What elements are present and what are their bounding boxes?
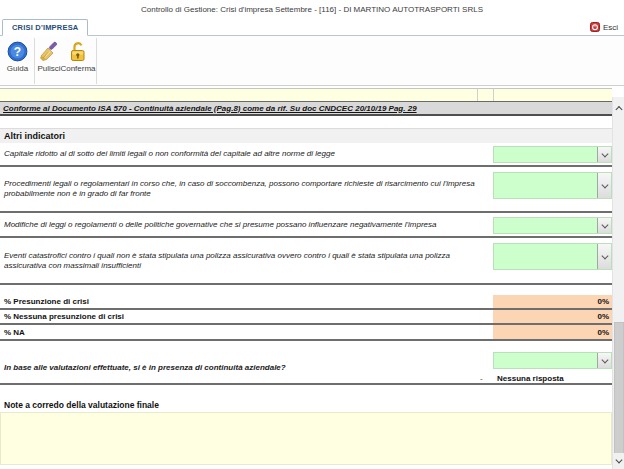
notes-heading: Note a corredo della valutazione finale: [4, 398, 604, 411]
guida-label: Guida: [7, 64, 28, 73]
pulisci-label: Pulisci: [37, 64, 60, 73]
selected-answer-line: - Nessuna risposta: [480, 372, 564, 384]
combobox-value: [494, 218, 597, 233]
tab-label: CRISI D'IMPRESA: [12, 23, 78, 32]
toolbar-separator: [34, 38, 35, 84]
pct-row-na: % NA 0%: [0, 325, 612, 341]
guida-button[interactable]: ? Guida: [3, 38, 32, 84]
toolbar: ? Guida Pulisci Conferma: [0, 36, 624, 86]
scroll-up-button[interactable]: [613, 100, 624, 115]
section-heading-label: Altri indicatori: [4, 131, 65, 141]
chevron-down-icon: [601, 356, 608, 363]
answer-combobox[interactable]: [493, 146, 612, 163]
crisi-impresa-window: Controllo di Gestione: Crisi d'impresa S…: [0, 0, 624, 469]
esci-label: Esci: [603, 23, 618, 32]
pct-value: 0%: [493, 325, 612, 339]
combobox-dropdown-button[interactable]: [597, 218, 611, 233]
question-text: Capitale ridotto al di sotto dei limiti …: [4, 143, 490, 165]
question-text: Procedimenti legali o regolamentari in c…: [4, 167, 490, 211]
answer-combobox[interactable]: [493, 172, 612, 199]
combobox-value: [494, 353, 597, 368]
combobox-dropdown-button[interactable]: [597, 147, 611, 162]
esci-button[interactable]: Esci: [590, 20, 618, 34]
grid-divider: [477, 89, 478, 101]
broom-icon: [38, 41, 60, 62]
conferma-label: Conferma: [60, 64, 95, 73]
chevron-down-icon: [601, 221, 608, 228]
final-question-text: In base alle valutazioni effettuate, si …: [4, 352, 490, 383]
exit-icon: [590, 22, 600, 32]
window-title: Controllo di Gestione: Crisi d'impresa S…: [141, 5, 483, 14]
help-icon: ?: [7, 41, 28, 62]
window-titlebar: Controllo di Gestione: Crisi d'impresa S…: [0, 0, 624, 18]
scroll-down-button[interactable]: [613, 453, 624, 468]
isa-570-banner: Conforme al Documento ISA 570 - Continui…: [0, 101, 612, 116]
notes-heading-label: Note a corredo della valutazione finale: [4, 400, 159, 410]
scrollbar-thumb[interactable]: [614, 322, 624, 455]
pulisci-button[interactable]: Pulisci: [37, 38, 61, 84]
final-question-row-continuita-aziendale: In base alle valutazioni effettuate, si …: [0, 352, 612, 385]
pct-label: % Presunzione di crisi: [4, 295, 89, 308]
pct-label: % Nessuna presunzione di crisi: [4, 310, 124, 323]
svg-text:?: ?: [14, 45, 21, 59]
selected-answer-label: Nessuna risposta: [497, 374, 564, 383]
section-heading-altri-indicatori: Altri indicatori: [0, 128, 612, 143]
question-row-eventi-catastrofici: Eventi catastrofici contro i quali non è…: [0, 238, 612, 285]
chevron-down-icon: [615, 456, 622, 463]
answer-combobox[interactable]: [493, 217, 612, 234]
answer-combobox[interactable]: [493, 243, 612, 270]
tab-strip: CRISI D'IMPRESA Esci: [0, 18, 624, 36]
combobox-value: [494, 147, 597, 162]
question-row-capitale-ridotto: Capitale ridotto al di sotto dei limiti …: [0, 143, 612, 167]
isa-570-banner-text: Conforme al Documento ISA 570 - Continui…: [3, 104, 417, 113]
combobox-value: [494, 173, 597, 198]
chevron-down-icon: [601, 252, 608, 259]
chevron-down-icon: [601, 150, 608, 157]
pct-value: 0%: [493, 295, 612, 308]
pct-value: 0%: [493, 310, 612, 323]
question-text: Modifiche di leggi o regolamenti o delle…: [4, 213, 490, 236]
question-row-procedimenti-legali: Procedimenti legali o regolamentari in c…: [0, 167, 612, 213]
chevron-down-icon: [601, 181, 608, 188]
tab-crisi-dimpresa[interactable]: CRISI D'IMPRESA: [2, 19, 88, 36]
chevron-up-icon: [615, 105, 622, 112]
vertical-scrollbar[interactable]: [612, 97, 624, 469]
notes-textarea[interactable]: [0, 412, 612, 465]
question-row-modifiche-leggi: Modifiche di leggi o regolamenti o delle…: [0, 213, 612, 238]
pct-row-nessuna-presunzione: % Nessuna presunzione di crisi 0%: [0, 310, 612, 325]
grid-divider: [493, 89, 494, 101]
scrolled-notes-strip: [0, 88, 612, 101]
combobox-dropdown-button[interactable]: [597, 353, 611, 368]
pct-row-presunzione-crisi: % Presunzione di crisi 0%: [0, 295, 612, 310]
final-answer-combobox[interactable]: [493, 352, 612, 369]
answer-dash: -: [480, 374, 497, 383]
combobox-dropdown-button[interactable]: [597, 173, 611, 198]
question-text: Eventi catastrofici contro i quali non è…: [4, 238, 490, 283]
conferma-button[interactable]: Conferma: [62, 38, 94, 84]
pct-label: % NA: [4, 325, 25, 339]
combobox-dropdown-button[interactable]: [597, 244, 611, 269]
toolbar-separator: [96, 38, 97, 84]
combobox-value: [494, 244, 597, 269]
open-padlock-icon: [68, 41, 88, 62]
